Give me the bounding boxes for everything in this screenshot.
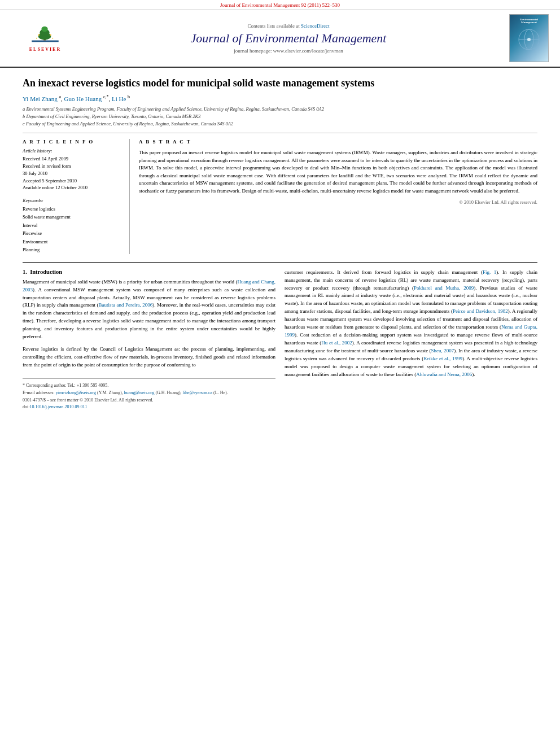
footnote-area: * Corresponding author. Tel.: +1 306 585… [23,378,275,411]
ref-hu[interactable]: Hu et al., 2002 [321,340,352,346]
email-he[interactable]: lihe@ryerson.ca [183,390,212,395]
accepted-date: Accepted 5 September 2010 [23,177,123,185]
author-zhang[interactable]: Yi Mei Zhang [23,95,58,102]
left-column: 1. Introduction Management of municipal … [23,269,275,412]
main-content-area: 1. Introduction Management of municipal … [23,262,537,412]
ref-pokharel[interactable]: Pokharel and Mutha, 2009 [414,285,474,291]
section-number: 1. [23,269,27,275]
right-column: customer requirements. It derived from f… [285,269,537,412]
sciencedirect-link[interactable]: ScienceDirect [301,23,329,29]
keyword-4: Piecewise [23,229,123,237]
received-date: Received 14 April 2009 [23,155,123,163]
ref-sheu[interactable]: Sheu, 2007 [431,348,454,353]
email-footnote: E-mail addresses: yimeizhang@iseis.org (… [23,390,275,397]
ref-bautista[interactable]: Bautista and Pereira, 2006 [98,302,152,308]
svg-point-7 [36,38,37,39]
ref-peirce[interactable]: Peirce and Davidson, 1982 [453,308,508,314]
doi-link[interactable]: 10.1016/j.jenvman.2010.09.011 [29,404,87,409]
journal-homepage: journal homepage: www.elsevier.com/locat… [79,48,498,54]
section-title: Introduction [30,269,62,275]
article-container: An inexact reverse logistics model for m… [0,68,560,422]
keyword-2: Solid waste management [23,213,123,221]
elsevier-text: ELSEVIER [29,47,61,52]
cover-graphic [512,24,546,55]
section-1-heading: 1. Introduction [23,269,275,275]
journal-header: ELSEVIER Contents lists available at Sci… [0,10,560,68]
keywords-label: Keywords: [23,198,123,203]
svg-point-8 [52,38,53,39]
affil-b: b [128,94,130,99]
email-huang[interactable]: huang@iseis.org [124,390,155,395]
journal-header-center: Contents lists available at ScienceDirec… [79,23,498,54]
doi-line: doi:10.1016/j.jenvman.2010.09.011 [23,404,275,411]
ref-nema-gupta[interactable]: Nema and Gupta, 1999 [285,324,537,338]
issn-line: 0301-4797/$ – see front matter © 2010 El… [23,397,275,404]
elsevier-tree-icon [28,24,62,46]
copyright-line: © 2010 Elsevier Ltd. All rights reserved… [139,199,537,205]
intro-para-2: Reverse logistics is defined by the Coun… [23,346,275,369]
svg-point-13 [527,38,531,41]
keywords-list: Reverse logistics Solid waste management… [23,205,123,254]
email-zhang[interactable]: yimeizhang@iseis.org [56,390,96,395]
corresponding-footnote: * Corresponding author. Tel.: +1 306 585… [23,382,275,390]
journal-cover-image: Environmental Management [509,14,549,62]
ref-fig1[interactable]: Fig. 1 [483,269,496,275]
elsevier-branding: ELSEVIER [11,23,79,54]
svg-rect-0 [32,41,59,42]
ref-krikke[interactable]: Krikke et al., 1999 [423,356,462,361]
ref-huang-chang[interactable]: Huang and Chang, 2003 [23,279,275,292]
available-online: Available online 12 October 2010 [23,184,123,191]
sciencedirect-line: Contents lists available at ScienceDirec… [79,23,498,29]
abstract-panel: A B S T R A C T This paper proposed an i… [139,139,537,254]
journal-reference-bar: Journal of Environmental Management 92 (… [0,0,560,10]
article-info-heading: A R T I C L E I N F O [23,139,123,145]
received-revised-label: Received in revised form [23,163,123,170]
history-label: Article history: [23,148,123,154]
affiliation-c: c Faculty of Engineering and Applied Sci… [23,120,537,128]
keyword-5: Environment [23,238,123,246]
svg-point-6 [50,34,51,36]
right-para-1: customer requirements. It derived from f… [285,269,537,379]
article-info-abstract: A R T I C L E I N F O Article history: R… [23,133,537,254]
received-revised-date: 30 July 2010 [23,170,123,177]
abstract-heading: A B S T R A C T [139,139,537,145]
journal-cover-area: Environmental Management [498,14,549,62]
journal-title: Journal of Environmental Management [79,31,498,46]
author-huang[interactable]: Guo He Huang [64,95,102,102]
keyword-1: Reverse logistics [23,205,123,213]
email-label: E-mail addresses: [23,390,55,395]
svg-point-5 [38,34,40,36]
elsevier-logo: ELSEVIER [20,23,71,54]
article-info-panel: A R T I C L E I N F O Article history: R… [23,139,130,254]
affiliation-a: a Environmental Systems Engineering Prog… [23,106,537,113]
affiliation-b: b Department of Civil Engineering, Ryers… [23,113,537,120]
affil-a: a [59,94,61,99]
authors-line: Yi Mei Zhang a, Guo He Huang c,*, Li He … [23,94,537,102]
affil-c: c,* [103,94,109,99]
author-he[interactable]: Li He [112,95,126,102]
abstract-text: This paper proposed an inexact reverse l… [139,149,537,195]
affiliations: a Environmental Systems Engineering Prog… [23,106,537,127]
ref-ahluwalia[interactable]: Ahluwalia and Nema, 2006 [416,372,472,377]
article-title: An inexact reverse logistics model for m… [23,77,537,90]
keyword-6: Planning [23,246,123,254]
intro-para-1: Management of municipal solid waste (MSW… [23,278,275,342]
journal-ref-text: Journal of Environmental Management 92 (… [220,2,340,8]
keyword-3: Interval [23,221,123,229]
svg-point-4 [41,27,47,32]
